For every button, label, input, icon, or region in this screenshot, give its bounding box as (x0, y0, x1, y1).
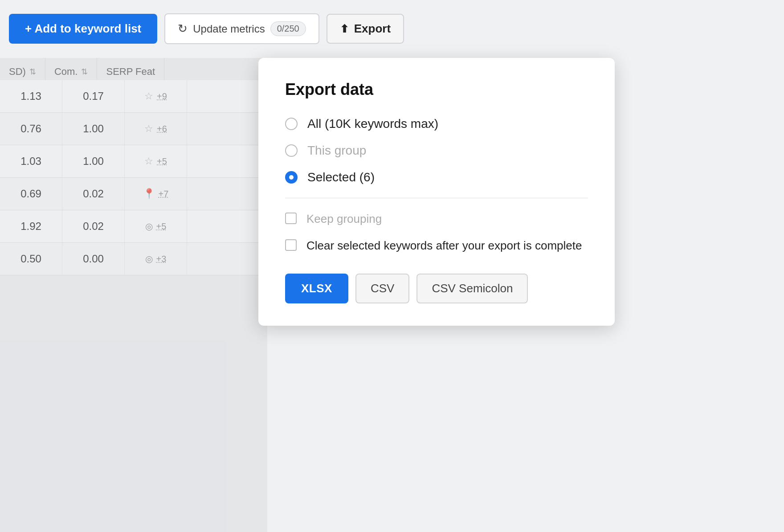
update-metrics-label: Update metrics (193, 23, 265, 35)
export-format-buttons: XLSX CSV CSV Semicolon (285, 274, 588, 303)
csv-semicolon-label: CSV Semicolon (432, 282, 513, 295)
update-metrics-button[interactable]: ↻ Update metrics 0/250 (164, 13, 319, 44)
checkbox-clear-selected[interactable]: Clear selected keywords after your expor… (285, 237, 588, 254)
xlsx-label: XLSX (301, 282, 332, 295)
export-label: Export (354, 22, 391, 36)
toolbar: + Add to keyword list ↻ Update metrics 0… (9, 13, 404, 44)
divider (285, 198, 588, 198)
option-all-label: All (10K keywords max) (307, 117, 438, 131)
checkbox-clear-selected-label: Clear selected keywords after your expor… (306, 237, 582, 254)
checkbox-keep-grouping[interactable]: Keep grouping (285, 211, 588, 227)
radio-all[interactable] (285, 118, 298, 130)
export-modal: Export data All (10K keywords max) This … (258, 58, 615, 326)
checkbox-keep-grouping-label: Keep grouping (306, 211, 382, 227)
add-to-keyword-list-button[interactable]: + Add to keyword list (9, 14, 157, 44)
csv-label: CSV (371, 282, 394, 295)
metrics-count-badge: 0/250 (270, 21, 306, 36)
radio-this-group[interactable] (285, 144, 298, 157)
checkbox-clear-selected-box[interactable] (285, 239, 297, 251)
refresh-icon: ↻ (178, 22, 188, 36)
option-this-group-label: This group (307, 143, 366, 158)
csv-button[interactable]: CSV (355, 274, 409, 303)
radio-selected[interactable] (285, 171, 298, 184)
export-icon: ⬆ (340, 23, 349, 35)
export-option-group: All (10K keywords max) This group Select… (285, 117, 588, 184)
modal-title: Export data (285, 80, 588, 99)
xlsx-button[interactable]: XLSX (285, 274, 348, 303)
option-all[interactable]: All (10K keywords max) (285, 117, 588, 131)
checkbox-keep-grouping-box[interactable] (285, 213, 297, 224)
option-this-group[interactable]: This group (285, 143, 588, 158)
export-button[interactable]: ⬆ Export (327, 14, 404, 44)
modal-backdrop (0, 58, 267, 532)
checkbox-group: Keep grouping Clear selected keywords af… (285, 211, 588, 254)
option-selected-label: Selected (6) (307, 170, 375, 184)
option-selected[interactable]: Selected (6) (285, 170, 588, 184)
add-keyword-label: + Add to keyword list (25, 22, 141, 36)
csv-semicolon-button[interactable]: CSV Semicolon (416, 274, 528, 303)
